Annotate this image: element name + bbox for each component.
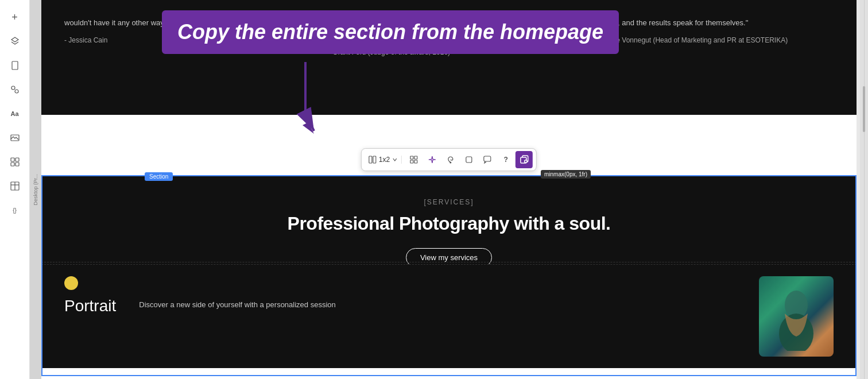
add-icon[interactable]: + [5,7,25,28]
layout-label: 1x2 [379,156,390,164]
testimonial-2: better with time, perfecting her voice a… [328,17,569,92]
portrait-image [759,276,834,357]
main-content: Desktop (Pr... wouldn't have it any othe… [30,0,868,379]
testimonial-1: wouldn't have it any other way." - Jessi… [64,17,305,92]
testimonial-2-author: - Grant Ford (Judge of the award, 2016) [328,47,569,58]
svg-rect-13 [369,156,372,163]
svg-rect-21 [484,156,491,161]
portrait-title: Portrait [64,297,116,315]
code-icon[interactable]: {} [5,200,25,221]
scrollbar-thumb [863,86,865,132]
svg-point-19 [450,162,452,164]
canvas-wrapper: Desktop (Pr... wouldn't have it any othe… [30,0,868,379]
paint-icon[interactable] [442,151,459,168]
svg-rect-16 [414,156,417,159]
left-sidebar: + Aa [0,0,30,379]
section-badge: Section [145,172,173,181]
testimonial-1-text: wouldn't have it any other way." [64,17,305,29]
testimonial-2-text: better with time, perfecting her voice a… [328,17,569,41]
svg-rect-5 [16,158,19,161]
right-scrollbar[interactable] [860,0,868,379]
services-title: Professional Photography with a soul. [53,213,845,234]
chat-icon[interactable] [479,151,496,168]
chevron-down-icon [392,157,398,163]
help-icon[interactable]: ? [497,151,514,168]
toolbar-layout: 1x2 [365,156,402,164]
text-icon[interactable]: Aa [5,103,25,124]
toolbar: 1x2 [361,148,537,171]
image-icon[interactable] [5,127,25,148]
dashed-divider-1 [41,262,857,262]
svg-rect-17 [410,160,413,163]
testimonial-3-text: a brand, and the results speak for thems… [592,17,834,29]
svg-point-2 [15,90,18,93]
svg-rect-6 [11,163,14,166]
svg-rect-4 [11,158,14,161]
grid-toolbar-icon[interactable] [405,151,423,168]
testimonials-section: wouldn't have it any other way." - Jessi… [41,0,857,115]
group-icon[interactable] [5,79,25,100]
apps-icon[interactable] [5,152,25,172]
svg-rect-18 [414,160,417,163]
portrait-dot [64,276,78,290]
portrait-section: Portrait Discover a new side of yourself… [41,264,857,368]
page-canvas: wouldn't have it any other way." - Jessi… [41,0,857,379]
portrait-description: Discover a new side of yourself with a p… [139,276,736,311]
svg-rect-0 [12,61,18,69]
shape-icon[interactable] [460,151,478,168]
testimonial-1-author: - Jessica Cain [64,35,305,46]
sparkle-icon[interactable] [424,151,441,168]
svg-rect-14 [373,156,376,163]
svg-rect-20 [466,157,472,163]
services-label: [SERVICES] [53,198,845,206]
testimonial-3-author: - Simone Vonnegut (Head of Marketing and… [592,35,834,46]
grid-icon [369,156,377,164]
toolbar-tooltip: minmax(0px, 1fr) [541,170,591,179]
layers-icon[interactable] [5,31,25,52]
testimonial-3: a brand, and the results speak for thems… [592,17,834,92]
page-icon[interactable] [5,55,25,76]
scrollbar-track [864,0,865,379]
copy-section-icon[interactable] [516,151,533,168]
svg-point-1 [11,86,15,90]
desktop-label: Desktop (Pr... [33,174,38,206]
svg-rect-15 [410,156,413,159]
table-icon[interactable] [5,176,25,196]
portrait-left: Portrait [64,276,116,315]
svg-rect-7 [16,163,19,166]
